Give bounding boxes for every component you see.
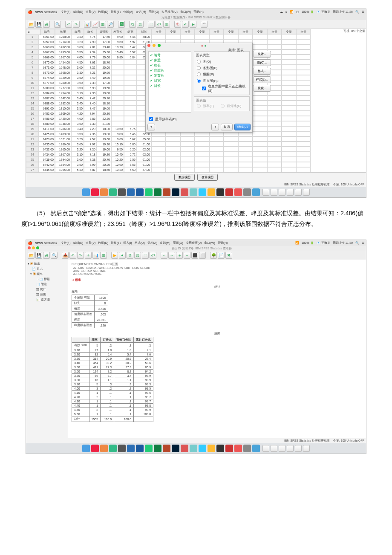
data-cell[interactable]: 20.70 (97, 157, 111, 162)
data-cell[interactable]: 20.20 (97, 162, 111, 167)
column-header[interactable]: 发育长 (111, 29, 124, 34)
empty-cell[interactable] (296, 157, 311, 162)
empty-cell[interactable] (253, 121, 267, 126)
empty-cell[interactable] (224, 136, 238, 142)
dock-minimized-icon[interactable] (271, 445, 277, 452)
data-cell[interactable]: 6367.00 (39, 49, 55, 55)
dock-app-icon[interactable] (91, 445, 99, 452)
empty-cell[interactable] (151, 136, 166, 142)
data-cell[interactable]: 5.50 (124, 167, 137, 172)
data-cell[interactable]: 6430.00 (39, 142, 55, 147)
row-number[interactable]: 23 (26, 147, 39, 152)
data-cell[interactable]: 6.98 (84, 85, 97, 90)
empty-cell[interactable] (296, 90, 311, 95)
goto-case-icon[interactable]: 📊 (84, 21, 91, 28)
data-cell[interactable] (111, 95, 124, 101)
empty-cell[interactable] (267, 101, 282, 106)
empty-cell[interactable] (267, 111, 282, 116)
data-cell[interactable]: 4.50 (71, 60, 84, 65)
data-cell[interactable] (111, 90, 124, 95)
dock-app-icon[interactable] (145, 445, 153, 452)
data-cell[interactable]: 9.60 (111, 39, 124, 44)
empty-cell[interactable] (253, 39, 267, 44)
empty-cell[interactable] (166, 152, 180, 157)
run-icon[interactable]: ▶ (190, 21, 196, 28)
show-freq-table-check[interactable] (149, 117, 153, 121)
empty-cell[interactable] (166, 136, 180, 142)
empty-cell[interactable] (282, 44, 296, 49)
empty-cell[interactable] (282, 167, 296, 172)
row-number[interactable]: 17 (26, 116, 39, 121)
empty-cell[interactable] (282, 39, 296, 44)
empty-cell[interactable] (267, 95, 282, 101)
data-cell[interactable]: 19.20 (97, 152, 111, 157)
empty-cell[interactable] (180, 34, 195, 39)
data-cell[interactable]: 6373.00 (39, 70, 55, 75)
row-number[interactable]: 4 (26, 49, 39, 55)
data-cell[interactable]: 7.18 (84, 152, 97, 157)
data-cell[interactable]: 3.50 (71, 121, 84, 126)
empty-cell[interactable] (267, 116, 282, 121)
min-dot-icon[interactable] (32, 246, 35, 249)
empty-cell[interactable] (282, 147, 296, 152)
empty-cell[interactable] (296, 106, 311, 111)
empty-cell[interactable] (224, 34, 238, 39)
row-number[interactable]: 26 (26, 162, 39, 167)
menu-item[interactable]: 帮助(H) (193, 10, 204, 13)
data-cell[interactable]: 3.60 (71, 157, 84, 162)
chart-none-radio[interactable] (197, 60, 201, 64)
empty-cell[interactable] (253, 167, 267, 172)
empty-cell[interactable] (166, 147, 180, 152)
grid-icon[interactable]: ▦ (100, 252, 107, 259)
dock-app-icon[interactable] (216, 445, 224, 452)
minus-icon[interactable]: − (184, 252, 190, 259)
row-number[interactable]: 5 (26, 55, 39, 60)
data-cell[interactable]: 10.70 (111, 44, 124, 49)
empty-cell[interactable] (253, 95, 267, 101)
row-number[interactable]: 20 (26, 131, 39, 136)
dock-app-icon[interactable] (118, 188, 126, 196)
row-number[interactable]: 10 (26, 80, 39, 85)
data-cell[interactable]: 20.20 (97, 95, 111, 101)
data-cell[interactable]: 3.40 (71, 126, 84, 131)
data-cell[interactable]: 6402.00 (39, 111, 55, 116)
dock-minimized-icon[interactable] (279, 445, 285, 452)
data-cell[interactable]: 1294.00 (55, 90, 71, 95)
doc-icon[interactable]: 📄 (218, 252, 225, 259)
data-cell[interactable]: 6380.00 (39, 85, 55, 90)
tree-node[interactable]: ▦ 胚围 (36, 292, 66, 297)
empty-cell[interactable] (267, 106, 282, 111)
data-cell[interactable]: 62.00 (137, 147, 151, 152)
data-cell[interactable]: 7.33 (84, 121, 97, 126)
data-cell[interactable]: 10.20 (111, 157, 124, 162)
data-cell[interactable]: 1315.00 (55, 106, 71, 111)
data-cell[interactable]: 19.80 (97, 75, 111, 80)
data-cell[interactable]: 19.00 (97, 147, 111, 152)
menu-item[interactable]: 编辑(E) (73, 241, 83, 244)
demote-icon[interactable]: ⬜ (199, 252, 206, 259)
dock-minimized-icon[interactable] (287, 445, 294, 452)
empty-cell[interactable] (151, 167, 166, 172)
data-cell[interactable]: 6384.00 (39, 90, 55, 95)
data-cell[interactable]: 1329.00 (55, 75, 71, 80)
data-cell[interactable]: 1277.00 (55, 85, 71, 90)
open-icon[interactable]: 📂 (28, 21, 35, 28)
empty-cell[interactable] (209, 167, 224, 172)
empty-cell[interactable] (267, 136, 282, 142)
data-cell[interactable]: 18.90 (97, 101, 111, 106)
data-cell[interactable] (124, 90, 137, 95)
data-cell[interactable]: 1367.00 (55, 152, 71, 157)
empty-cell[interactable] (296, 34, 311, 39)
data-cell[interactable]: 3.50 (71, 75, 84, 80)
empty-cell[interactable] (267, 44, 282, 49)
column-header-empty[interactable]: 变量 (282, 29, 296, 34)
close-icon[interactable]: ✖ (225, 252, 232, 259)
data-cell[interactable] (124, 106, 137, 111)
empty-cell[interactable] (267, 34, 282, 39)
data-cell[interactable]: 19.60 (97, 70, 111, 75)
data-cell[interactable] (124, 116, 137, 121)
empty-cell[interactable] (195, 34, 209, 39)
menu-item[interactable]: 文件(F) (61, 241, 71, 244)
data-cell[interactable]: 6360.00 (39, 44, 55, 49)
value-labels-icon[interactable]: 🏷 (156, 21, 162, 28)
